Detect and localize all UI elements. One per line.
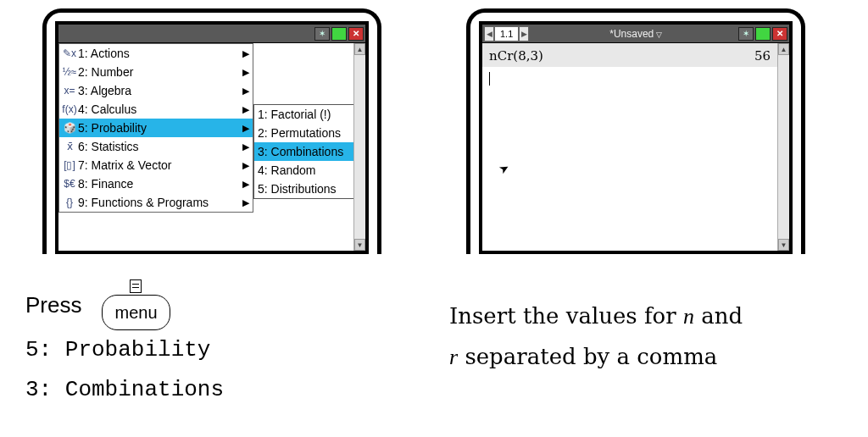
submenu-item-label: 3: Combinations bbox=[258, 145, 369, 158]
submenu-arrow-icon: ▶ bbox=[242, 160, 251, 171]
menu-key-icon bbox=[130, 279, 142, 293]
submenu-arrow-icon: ▶ bbox=[242, 104, 251, 115]
calc-result: 56 bbox=[754, 48, 771, 64]
menu-item-matrix[interactable]: [▯] 7: Matrix & Vector ▶ bbox=[59, 156, 253, 174]
actions-icon: ✎x bbox=[61, 47, 78, 59]
menu-item-statistics[interactable]: x̄ 6: Statistics ▶ bbox=[59, 137, 253, 156]
calculus-icon: f(x) bbox=[61, 103, 78, 115]
menu-item-label: 8: Finance bbox=[78, 177, 242, 191]
menu-item-algebra[interactable]: x= 3: Algebra ▶ bbox=[59, 81, 253, 100]
submenu-item-label: 5: Distributions bbox=[258, 182, 361, 196]
menu-item-label: 2: Number bbox=[78, 65, 242, 79]
menu-item-label: 5: Probability bbox=[78, 121, 242, 135]
settings-icon[interactable]: ✶ bbox=[738, 27, 754, 41]
calculator-screen-right: ◀ 1.1 ▶ *Unsaved ✶ ✕ nCr(8,3) 56 bbox=[479, 21, 793, 254]
submenu-arrow-icon: ▶ bbox=[242, 141, 251, 152]
battery-icon bbox=[331, 27, 347, 41]
caption-text: and bbox=[694, 303, 743, 329]
submenu-item-random[interactable]: 4: Random ▶ bbox=[254, 161, 369, 180]
scroll-down-icon[interactable]: ▼ bbox=[354, 239, 365, 251]
battery-icon bbox=[755, 27, 771, 41]
menu-item-actions[interactable]: ✎x 1: Actions ▶ bbox=[59, 44, 253, 63]
calc-history-line[interactable]: nCr(8,3) 56 bbox=[482, 43, 777, 67]
submenu-item-combinations[interactable]: 3: Combinations bbox=[254, 142, 369, 161]
screen-header-right: ◀ 1.1 ▶ *Unsaved ✶ ✕ bbox=[482, 25, 789, 43]
caption-text: separated by a comma bbox=[458, 344, 717, 369]
menu-item-label: 1: Actions bbox=[78, 47, 242, 60]
submenu-arrow-icon: ▶ bbox=[242, 48, 251, 59]
menu-item-label: 6: Statistics bbox=[78, 140, 242, 153]
submenu-item-label: 2: Permutations bbox=[258, 126, 369, 140]
menu-item-label: 3: Algebra bbox=[78, 84, 242, 97]
submenu-arrow-icon: ▶ bbox=[242, 67, 251, 78]
menu-key: menu bbox=[102, 279, 170, 330]
statistics-icon: x̄ bbox=[61, 141, 78, 152]
probability-icon: 🎲 bbox=[61, 122, 78, 134]
caption-right: Insert the values for n and r separated … bbox=[449, 296, 822, 378]
caption-step-3: 3: Combinations bbox=[25, 370, 398, 410]
mouse-cursor-icon: ➤ bbox=[365, 143, 369, 157]
menu-key-label: menu bbox=[102, 295, 170, 330]
var-r: r bbox=[449, 345, 458, 369]
number-icon: ½≈ bbox=[61, 66, 78, 78]
caption-text: Insert the values for bbox=[449, 303, 683, 329]
tab-prev-icon[interactable]: ◀ bbox=[484, 26, 494, 41]
main-menu: ✎x 1: Actions ▶ ½≈ 2: Number ▶ x= 3: Alg… bbox=[58, 43, 253, 213]
finance-icon: $€ bbox=[61, 178, 78, 190]
submenu-item-distributions[interactable]: 5: Distributions ▶ bbox=[254, 180, 369, 198]
scroll-up-icon[interactable]: ▲ bbox=[354, 43, 365, 55]
submenu-arrow-icon: ▶ bbox=[242, 197, 251, 208]
menu-item-functions[interactable]: {} 9: Functions & Programs ▶ bbox=[59, 193, 253, 212]
submenu-item-label: 1: Factorial (!) bbox=[258, 108, 369, 121]
menu-item-calculus[interactable]: f(x) 4: Calculus ▶ bbox=[59, 100, 253, 119]
calc-entry-line[interactable] bbox=[482, 67, 777, 89]
screen-header-left: ✶ ✕ bbox=[58, 25, 365, 43]
menu-area: ✎x 1: Actions ▶ ½≈ 2: Number ▶ x= 3: Alg… bbox=[58, 43, 353, 251]
scrollbar[interactable]: ▲ ▼ bbox=[353, 43, 365, 251]
menu-item-number[interactable]: ½≈ 2: Number ▶ bbox=[59, 63, 253, 81]
matrix-icon: [▯] bbox=[61, 159, 78, 171]
press-label: Press bbox=[25, 285, 81, 325]
calculator-left: ✶ ✕ ✎x 1: Actions ▶ ½≈ 2: bbox=[42, 8, 381, 254]
menu-item-finance[interactable]: $€ 8: Finance ▶ bbox=[59, 174, 253, 193]
tab-next-icon[interactable]: ▶ bbox=[519, 26, 529, 41]
text-cursor-icon bbox=[489, 72, 490, 86]
scrollbar[interactable]: ▲ ▼ bbox=[777, 43, 789, 251]
close-icon[interactable]: ✕ bbox=[772, 27, 787, 41]
functions-icon: {} bbox=[61, 196, 78, 208]
caption-left: Press menu 5: Probability 3: Combination… bbox=[25, 279, 398, 410]
menu-item-label: 4: Calculus bbox=[78, 102, 242, 116]
submenu-item-factorial[interactable]: 1: Factorial (!) bbox=[254, 105, 369, 124]
submenu-arrow-icon: ▶ bbox=[242, 179, 251, 190]
sub-menu-probability: 1: Factorial (!) 2: Permutations 3: Comb… bbox=[253, 104, 369, 199]
submenu-arrow-icon: ▶ bbox=[242, 123, 251, 134]
mouse-cursor-icon: ➤ bbox=[497, 160, 512, 177]
close-icon[interactable]: ✕ bbox=[348, 27, 364, 41]
scroll-down-icon[interactable]: ▼ bbox=[778, 239, 789, 251]
algebra-icon: x= bbox=[61, 85, 78, 97]
submenu-arrow-icon: ▶ bbox=[242, 86, 251, 97]
menu-item-label: 7: Matrix & Vector bbox=[78, 158, 242, 172]
settings-icon[interactable]: ✶ bbox=[314, 27, 330, 41]
var-n: n bbox=[683, 304, 694, 329]
calculator-screen-left: ✶ ✕ ✎x 1: Actions ▶ ½≈ 2: bbox=[55, 21, 369, 254]
calc-expression: nCr(8,3) bbox=[489, 48, 543, 64]
document-title[interactable]: *Unsaved bbox=[609, 28, 662, 40]
caption-step-5: 5: Probability bbox=[25, 330, 398, 370]
calculator-right: ◀ 1.1 ▶ *Unsaved ✶ ✕ nCr(8,3) 56 bbox=[466, 8, 805, 254]
tab-page[interactable]: 1.1 bbox=[494, 26, 519, 41]
scroll-up-icon[interactable]: ▲ bbox=[778, 43, 789, 55]
submenu-item-label: 4: Random bbox=[258, 163, 361, 177]
document-body[interactable]: nCr(8,3) 56 ➤ bbox=[482, 43, 777, 251]
menu-item-label: 9: Functions & Programs bbox=[78, 196, 242, 209]
submenu-item-permutations[interactable]: 2: Permutations bbox=[254, 124, 369, 142]
menu-item-probability[interactable]: 🎲 5: Probability ▶ bbox=[59, 119, 253, 137]
